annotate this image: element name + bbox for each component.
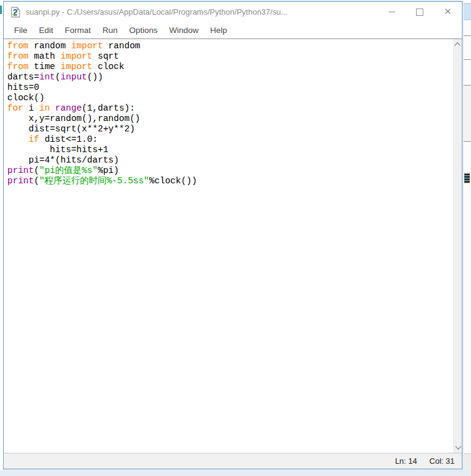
close-icon: ✕ <box>444 7 452 16</box>
code-line: hits=hits+1 <box>7 145 454 155</box>
python-file-icon <box>10 7 21 18</box>
chevron-down-icon <box>455 444 461 450</box>
background-shaded-area <box>464 86 471 141</box>
desktop-bottom-strip <box>0 470 471 476</box>
code-area[interactable]: from random import randomfrom math impor… <box>4 39 454 453</box>
menu-run[interactable]: Run <box>103 26 118 35</box>
menu-bar: FileEditFormatRunOptionsWindowHelp <box>4 22 462 38</box>
desktop-stage: suanpi.py - C:/Users/asus/AppData/Local/… <box>0 0 471 476</box>
background-window-right-sliver <box>464 0 471 470</box>
code-line: from random import random <box>7 41 454 51</box>
background-divider <box>464 141 471 142</box>
scroll-down-button[interactable] <box>454 442 462 452</box>
vertical-scrollbar[interactable] <box>453 39 462 453</box>
status-col-indicator: Col: 31 <box>429 456 455 466</box>
background-teal-mark <box>0 5 2 14</box>
menu-window[interactable]: Window <box>169 26 199 35</box>
code-line: x,y=random(),random() <box>7 114 454 124</box>
close-button[interactable]: ✕ <box>434 2 462 22</box>
code-line: print("程序运行的时间%-5.5ss"%clock()) <box>7 176 454 186</box>
background-statusbar-sliver <box>464 453 471 471</box>
minimize-button[interactable] <box>378 2 406 22</box>
title-bar[interactable]: suanpi.py - C:/Users/asus/AppData/Local/… <box>4 2 462 22</box>
window-title: suanpi.py - C:/Users/asus/AppData/Local/… <box>26 7 288 16</box>
code-line: print("pi的值是%s"%pi) <box>7 166 454 176</box>
code-line: from time import clock <box>7 62 454 72</box>
editor-pane: from random import randomfrom math impor… <box>4 38 462 453</box>
menu-help[interactable]: Help <box>210 26 227 35</box>
window-controls: ✕ <box>378 2 462 22</box>
status-line-indicator: Ln: 14 <box>395 456 417 466</box>
menu-file[interactable]: File <box>14 26 27 35</box>
scroll-up-button[interactable] <box>454 40 462 49</box>
background-small-icon <box>464 174 470 183</box>
status-bar: Ln: 14 Col: 31 <box>4 453 462 469</box>
maximize-button[interactable] <box>406 2 434 22</box>
code-line: clock() <box>7 93 454 103</box>
chevron-up-icon <box>455 42 461 48</box>
code-line: dist=sqrt(x**2+y**2) <box>7 124 454 134</box>
idle-editor-window: suanpi.py - C:/Users/asus/AppData/Local/… <box>3 1 462 469</box>
background-blue-block <box>464 3 471 20</box>
background-divider <box>464 59 471 60</box>
code-line: from math import sqrt <box>7 51 454 62</box>
maximize-icon <box>416 9 423 16</box>
code-line: darts=int(input()) <box>7 72 454 82</box>
code-line: for i in range(1,darts): <box>7 103 454 114</box>
menu-format[interactable]: Format <box>65 26 91 35</box>
minimize-icon <box>389 12 395 12</box>
code-line: hits=0 <box>7 82 454 93</box>
background-divider <box>464 35 471 36</box>
code-line: pi=4*(hits/darts) <box>7 155 454 166</box>
menu-options[interactable]: Options <box>130 26 158 35</box>
menu-edit[interactable]: Edit <box>39 26 53 35</box>
code-line: if dist<=1.0: <box>7 134 454 145</box>
